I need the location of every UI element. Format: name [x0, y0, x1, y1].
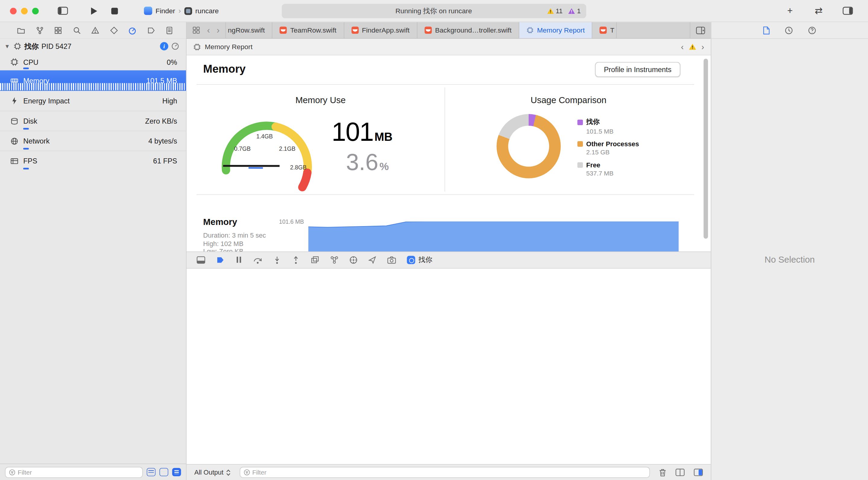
- issue-warning-icon[interactable]: [689, 43, 696, 50]
- editor-area: ‹ › ngRow.swift TeamRow.swift FinderApp.…: [187, 22, 711, 480]
- tab-overview-icon[interactable]: [192, 26, 200, 34]
- hide-debug-area-icon[interactable]: [196, 256, 205, 264]
- quick-help-inspector-icon[interactable]: [808, 26, 816, 34]
- gauge-scale-label: 1.4GB: [256, 133, 273, 140]
- pause-icon[interactable]: [236, 256, 243, 264]
- stop-button[interactable]: [106, 4, 123, 18]
- gauge-value: 61 FPS: [153, 157, 177, 165]
- gauge-row-energy[interactable]: Energy Impact High: [0, 91, 186, 111]
- filter-gauges-button[interactable]: [172, 468, 181, 476]
- usage-donut-chart: [497, 114, 561, 178]
- cpu-icon: [10, 58, 19, 66]
- toggle-right-sidebar-button[interactable]: [839, 4, 856, 18]
- gauge-needle: [223, 165, 279, 169]
- page-title: Memory: [203, 63, 246, 76]
- environment-overrides-icon[interactable]: [349, 256, 358, 264]
- tab-memory-report[interactable]: Memory Report: [519, 22, 592, 38]
- memory-use-readout: 101 MB 3.6 %: [332, 116, 393, 176]
- disclosure-triangle-icon[interactable]: ▼: [4, 43, 10, 49]
- energy-icon: [10, 96, 19, 105]
- filter-flag-button[interactable]: [159, 468, 168, 476]
- gauge-row-fps[interactable]: FPS 61 FPS: [0, 151, 186, 171]
- process-info-icon[interactable]: i: [160, 42, 168, 51]
- network-mini-bar: [23, 148, 29, 150]
- file-inspector-icon[interactable]: [763, 26, 770, 34]
- find-navigator-icon[interactable]: [72, 26, 81, 34]
- test-navigator-icon[interactable]: [110, 26, 118, 34]
- go-back-button[interactable]: ‹: [207, 26, 210, 34]
- show-variables-view-icon[interactable]: [675, 469, 685, 476]
- history-inspector-icon[interactable]: [784, 26, 793, 34]
- clear-console-trash-icon[interactable]: [659, 468, 667, 477]
- navigator-filter-input[interactable]: [18, 469, 139, 476]
- memory-chip-icon: [193, 43, 201, 51]
- jump-bar: Memory Report ‹ ›: [187, 39, 711, 56]
- issue-navigator-icon[interactable]: [91, 26, 99, 34]
- disk-icon: [10, 117, 19, 125]
- debug-navigator-icon[interactable]: [128, 26, 136, 34]
- breakpoints-toggle-icon[interactable]: [216, 256, 224, 264]
- jump-bar-title[interactable]: Memory Report: [205, 43, 253, 51]
- gauge-mode-icon[interactable]: [171, 42, 180, 51]
- close-window-button[interactable]: [10, 7, 17, 14]
- process-row[interactable]: ▼ 找你 PID 5427 i: [0, 39, 186, 54]
- debug-process-chip[interactable]: 找你: [407, 255, 432, 264]
- no-selection-message: No Selection: [711, 255, 868, 265]
- scheme-selector[interactable]: Finder › runcare: [138, 4, 224, 18]
- go-forward-button[interactable]: ›: [217, 26, 220, 34]
- console-filter-input[interactable]: [252, 469, 646, 476]
- debug-process-label: 找你: [418, 255, 433, 264]
- project-navigator-icon[interactable]: [17, 26, 25, 34]
- tab-teamrow[interactable]: TeamRow.swift: [273, 22, 344, 38]
- symbol-navigator-icon[interactable]: [54, 26, 62, 34]
- titlebar-right-controls: + ⇄: [781, 4, 861, 18]
- gauge-row-disk[interactable]: Disk Zero KB/s: [0, 111, 186, 130]
- swift-file-icon: [280, 27, 287, 34]
- code-review-button[interactable]: ⇄: [810, 4, 827, 18]
- network-icon: [10, 137, 19, 145]
- console-output-area[interactable]: [187, 268, 711, 464]
- view-hierarchy-icon[interactable]: [310, 256, 319, 264]
- tab-finderapp[interactable]: FinderApp.swift: [344, 22, 417, 38]
- simulate-location-icon[interactable]: [368, 256, 376, 264]
- output-scope-selector[interactable]: All Output: [194, 469, 231, 476]
- new-tab-button[interactable]: +: [781, 4, 798, 18]
- profile-in-instruments-button[interactable]: Profile in Instruments: [595, 62, 680, 77]
- activity-status-bar[interactable]: Running 找你 on runcare 11 1: [282, 4, 586, 19]
- gauge-label: Disk: [23, 117, 145, 125]
- legend-swatch: [578, 141, 583, 147]
- memory-graph-icon[interactable]: [330, 256, 339, 264]
- tab-label: Background…troller.swift: [435, 26, 512, 34]
- report-navigator-icon[interactable]: [165, 26, 174, 34]
- process-chip-icon: [13, 42, 22, 51]
- gauge-row-cpu[interactable]: CPU 0%: [0, 54, 186, 70]
- step-out-icon[interactable]: [292, 256, 300, 264]
- source-control-navigator-icon[interactable]: [35, 26, 44, 34]
- editor-scrollbar[interactable]: [704, 59, 708, 239]
- screenshot-camera-icon[interactable]: [387, 256, 396, 264]
- navigator-filter-bar: [0, 463, 186, 480]
- tab-partial[interactable]: T: [592, 22, 617, 38]
- legend-value: 2.15 GB: [586, 149, 639, 156]
- issue-badges: 11 1: [547, 7, 586, 15]
- breakpoint-navigator-icon[interactable]: [147, 26, 155, 34]
- tab-backgroundcontroller[interactable]: Background…troller.swift: [417, 22, 519, 38]
- warning-badge[interactable]: 11: [547, 7, 562, 15]
- show-console-view-icon[interactable]: [693, 469, 703, 476]
- runtime-issue-badge[interactable]: 1: [568, 7, 581, 15]
- step-into-icon[interactable]: [273, 256, 281, 264]
- previous-issue-button[interactable]: ‹: [681, 42, 684, 52]
- zoom-window-button[interactable]: [32, 7, 39, 14]
- gauge-row-network[interactable]: Network 4 bytes/s: [0, 130, 186, 150]
- tab-ngrow[interactable]: ngRow.swift: [226, 22, 273, 38]
- console-filter-field[interactable]: [240, 467, 650, 478]
- split-editor-button[interactable]: [690, 22, 711, 38]
- run-button[interactable]: [85, 4, 102, 18]
- navigator-filter-field[interactable]: [5, 467, 143, 478]
- step-over-icon[interactable]: [253, 256, 262, 264]
- next-issue-button[interactable]: ›: [701, 42, 704, 52]
- minimize-window-button[interactable]: [21, 7, 28, 14]
- toggle-left-sidebar-button[interactable]: [54, 4, 71, 18]
- gauge-row-memory[interactable]: Memory 101.5 MB: [0, 70, 186, 91]
- filter-recent-button[interactable]: [147, 468, 156, 476]
